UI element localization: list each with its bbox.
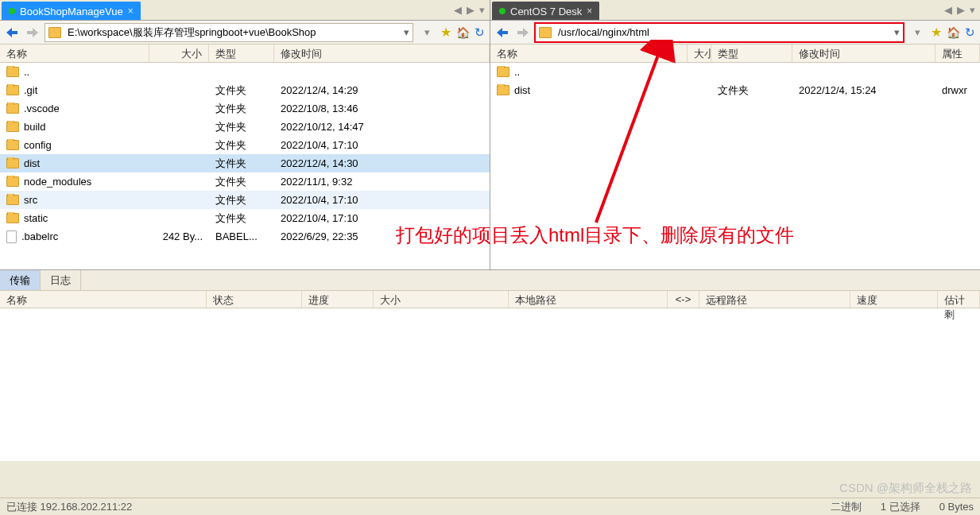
col-size[interactable]: 大小 xyxy=(149,45,209,62)
table-row[interactable]: .babelrc242 By...BABEL...2022/6/29, 22:3… xyxy=(0,227,490,246)
chevron-down-icon[interactable]: ▾ xyxy=(479,4,485,16)
right-toolbar: ▾ ▾ ★ 🏠 ↻ xyxy=(490,21,980,45)
cell-type: 文件夹 xyxy=(209,138,274,153)
cell-attr: drwxr xyxy=(935,84,980,96)
table-row[interactable]: .. xyxy=(0,63,490,81)
table-row[interactable]: .git文件夹2022/12/4, 14:29 xyxy=(0,81,490,99)
folder-icon xyxy=(497,85,509,95)
th-prog[interactable]: 进度 xyxy=(302,291,374,308)
close-icon[interactable]: × xyxy=(587,6,592,17)
col-date[interactable]: 修改时间 xyxy=(792,45,935,62)
col-attr[interactable]: 属性 xyxy=(935,45,980,62)
table-row[interactable]: .vscode文件夹2022/10/8, 13:46 xyxy=(0,99,490,118)
refresh-icon[interactable]: ↻ xyxy=(965,25,975,40)
cell-date: 2022/11/1, 9:32 xyxy=(274,176,490,188)
table-row[interactable]: config文件夹2022/10/4, 17:10 xyxy=(0,136,490,154)
refresh-icon[interactable]: ↻ xyxy=(475,25,485,40)
table-row[interactable]: dist文件夹2022/12/4, 15:24drwxr xyxy=(490,81,980,99)
left-file-list[interactable]: ...git文件夹2022/12/4, 14:29.vscode文件夹2022/… xyxy=(0,63,490,269)
table-row[interactable]: .. xyxy=(490,63,980,81)
th-arrow[interactable]: <-> xyxy=(668,291,699,308)
cell-type: 文件夹 xyxy=(209,120,274,134)
cell-type: 文件夹 xyxy=(209,175,274,189)
left-tab-bar: BookShopManageVue × ◀ ▶ ▾ xyxy=(0,0,490,21)
folder-icon xyxy=(497,67,509,77)
table-row[interactable]: dist文件夹2022/12/4, 14:30 xyxy=(0,154,490,172)
table-row[interactable]: node_modules文件夹2022/11/1, 9:32 xyxy=(0,172,490,191)
th-eta[interactable]: 估计剩 xyxy=(938,291,980,308)
forward-button[interactable] xyxy=(24,24,41,41)
nav-down-icon[interactable]: ▾ xyxy=(418,24,436,41)
tab-centos[interactable]: CentOS 7 Desk × xyxy=(492,2,599,20)
left-path-input[interactable] xyxy=(66,25,399,39)
col-size[interactable]: 大小 xyxy=(688,45,711,62)
home-icon[interactable]: 🏠 xyxy=(947,26,960,39)
tab-transfer[interactable]: 传输 xyxy=(0,270,41,290)
col-name[interactable]: 名称 xyxy=(0,45,149,62)
col-type[interactable]: 类型 xyxy=(209,45,274,62)
col-type[interactable]: 类型 xyxy=(711,45,792,62)
status-sel: 1 已选择 xyxy=(881,500,920,514)
tab-bookshop[interactable]: BookShopManageVue × xyxy=(2,2,141,20)
chevron-right-icon[interactable]: ▶ xyxy=(957,4,965,16)
file-icon xyxy=(6,230,17,243)
folder-icon xyxy=(6,176,19,187)
transfer-body xyxy=(0,308,980,461)
status-conn: 已连接 192.168.202.211:22 xyxy=(6,500,132,514)
table-row[interactable]: static文件夹2022/10/4, 17:10 xyxy=(0,209,490,227)
table-row[interactable]: src文件夹2022/10/4, 17:10 xyxy=(0,191,490,209)
tab-title: CentOS 7 Desk xyxy=(510,6,582,17)
back-button[interactable] xyxy=(494,24,511,41)
folder-icon xyxy=(6,158,19,168)
home-icon[interactable]: 🏠 xyxy=(456,26,470,39)
forward-button[interactable] xyxy=(514,24,532,41)
tab-title: BookShopManageVue xyxy=(20,6,123,17)
th-speed[interactable]: 速度 xyxy=(850,291,938,308)
th-name[interactable]: 名称 xyxy=(0,291,207,308)
chevron-left-icon[interactable]: ◀ xyxy=(454,4,462,16)
cell-name: .babelrc xyxy=(0,230,149,243)
cell-type: 文件夹 xyxy=(711,83,792,98)
folder-icon xyxy=(6,195,19,205)
folder-icon xyxy=(6,213,19,223)
close-icon[interactable]: × xyxy=(128,6,134,17)
transfer-header: 名称 状态 进度 大小 本地路径 <-> 远程路径 速度 估计剩 xyxy=(0,291,980,308)
log-tab-bar: 传输 日志 xyxy=(0,270,980,291)
right-path-input[interactable] xyxy=(556,25,889,39)
chevron-left-icon[interactable]: ◀ xyxy=(944,4,952,16)
tab-log[interactable]: 日志 xyxy=(41,270,81,290)
star-icon[interactable]: ★ xyxy=(931,25,942,40)
back-button[interactable] xyxy=(3,24,21,41)
nav-down-icon[interactable]: ▾ xyxy=(908,24,926,41)
cell-name: config xyxy=(0,139,149,151)
folder-icon xyxy=(6,140,19,150)
right-pane: CentOS 7 Desk × ◀ ▶ ▾ ▾ ▾ ★ 🏠 ↻ xyxy=(490,0,980,269)
th-rpath[interactable]: 远程路径 xyxy=(699,291,850,308)
right-tab-bar: CentOS 7 Desk × ◀ ▶ ▾ xyxy=(490,0,980,21)
file-name: .babelrc xyxy=(21,230,58,242)
col-name[interactable]: 名称 xyxy=(490,45,688,62)
folder-icon xyxy=(6,67,19,77)
th-lpath[interactable]: 本地路径 xyxy=(509,291,668,308)
col-date[interactable]: 修改时间 xyxy=(274,45,490,62)
dropdown-icon[interactable]: ▾ xyxy=(404,26,409,38)
right-file-list[interactable]: ..dist文件夹2022/12/4, 15:24drwxr xyxy=(490,63,980,269)
watermark: CSDN @架构师全栈之路 xyxy=(839,481,972,496)
status-binary: 二进制 xyxy=(831,500,862,514)
cell-date: 2022/10/8, 13:46 xyxy=(274,103,490,114)
chevron-down-icon[interactable]: ▾ xyxy=(970,4,975,16)
star-icon[interactable]: ★ xyxy=(440,25,451,40)
tab-nav-mini: ◀ ▶ ▾ xyxy=(449,0,490,20)
dropdown-icon[interactable]: ▾ xyxy=(894,26,900,38)
cell-name: .. xyxy=(0,66,149,78)
th-status[interactable]: 状态 xyxy=(207,291,302,308)
left-path-box[interactable]: ▾ xyxy=(45,23,413,42)
file-name: static xyxy=(24,212,48,224)
table-row[interactable]: build文件夹2022/10/12, 14:47 xyxy=(0,118,490,136)
chevron-right-icon[interactable]: ▶ xyxy=(467,4,475,16)
file-name: node_modules xyxy=(24,176,91,188)
right-path-box[interactable]: ▾ xyxy=(535,23,904,42)
folder-icon xyxy=(539,27,552,38)
left-toolbar: ▾ ▾ ★ 🏠 ↻ xyxy=(0,21,490,45)
th-size[interactable]: 大小 xyxy=(374,291,509,308)
